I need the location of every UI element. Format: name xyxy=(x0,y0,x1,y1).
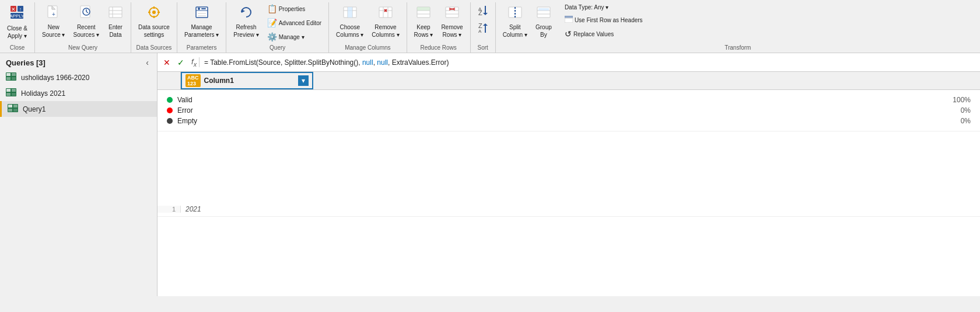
query-label-query1: Query1 xyxy=(23,105,46,113)
manage-parameters-icon xyxy=(194,5,209,23)
close-group-label: Close xyxy=(4,43,31,53)
ribbon-group-sort: A Z Z A xyxy=(471,2,496,53)
manage-parameters-label: ManageParameters ▾ xyxy=(184,23,219,39)
ribbon-group-new-query: + NewSource ▾ RecentSources ▾ xyxy=(35,2,131,53)
transform-right-col: Data Type: Any ▾ Use First Row as Header… xyxy=(561,2,646,40)
stat-valid-row: Valid 100% xyxy=(167,95,971,105)
properties-label: Properties xyxy=(279,6,306,12)
row-number-header xyxy=(158,72,181,89)
formula-bar: ✕ ✓ fx = Table.FromList(Source, Splitter… xyxy=(158,53,980,72)
column1-header[interactable]: ABC123 ▾ xyxy=(181,72,313,89)
data-sources-group-label: Data Sources xyxy=(135,43,173,53)
stat-error-label: Error xyxy=(177,106,946,115)
data-rows: 1 2021 xyxy=(158,131,980,296)
keep-rows-icon xyxy=(416,5,431,23)
svg-rect-78 xyxy=(6,93,10,96)
sort-col: A Z Z A xyxy=(474,2,492,36)
ribbon-body: ✕ ↑ APPLY Close &Apply ▾ Close xyxy=(0,0,980,53)
svg-rect-83 xyxy=(8,109,12,112)
choose-columns-button[interactable]: ChooseColumns ▾ xyxy=(332,2,367,40)
enter-data-button[interactable]: EnterData xyxy=(104,2,127,40)
queries-header: Queries [3] ‹ xyxy=(0,53,157,70)
use-first-row-button[interactable]: Use First Row as Headers xyxy=(561,13,646,26)
properties-button[interactable]: 📋 Properties xyxy=(264,2,325,15)
advanced-editor-button[interactable]: 📝 Advanced Editor xyxy=(264,16,325,29)
split-column-button[interactable]: SplitColumn ▾ xyxy=(499,2,531,40)
recent-sources-label: RecentSources ▾ xyxy=(73,23,99,39)
refresh-preview-button[interactable]: RefreshPreview ▾ xyxy=(230,2,262,40)
svg-rect-84 xyxy=(13,109,18,112)
data-type-button[interactable]: Data Type: Any ▾ xyxy=(561,2,646,12)
sort-desc-button[interactable]: Z A xyxy=(474,20,492,36)
table-header: ABC123 ▾ xyxy=(158,72,980,90)
formula-confirm-button[interactable]: ✓ xyxy=(175,57,187,68)
data-area: ✕ ✓ fx = Table.FromList(Source, Splitter… xyxy=(158,53,980,296)
svg-rect-16 xyxy=(109,7,122,18)
svg-rect-82 xyxy=(13,105,18,108)
recent-sources-icon xyxy=(79,5,94,23)
reduce-rows-group-label: Reduce Rows xyxy=(411,43,467,53)
data-source-settings-label: Data sourcesettings xyxy=(138,23,170,39)
svg-rect-72 xyxy=(12,73,16,76)
close-group-items: ✕ ↑ APPLY Close &Apply ▾ xyxy=(4,2,31,43)
remove-rows-label: RemoveRows ▾ xyxy=(441,23,463,39)
manage-parameters-button[interactable]: ManageParameters ▾ xyxy=(181,2,222,40)
query-items: RefreshPreview ▾ 📋 Properties 📝 Advanced… xyxy=(230,2,325,43)
stat-error-pct: 0% xyxy=(950,106,971,115)
replace-values-button[interactable]: ↺ Replace Values xyxy=(561,27,646,40)
replace-values-label: Replace Values xyxy=(573,31,614,37)
manage-label: Manage ▾ xyxy=(279,34,304,40)
stat-valid-label: Valid xyxy=(177,96,946,104)
column-stats: Valid 100% Error 0% Empty 0% xyxy=(158,90,980,131)
new-source-button[interactable]: + NewSource ▾ xyxy=(38,2,68,40)
stat-empty-row: Empty 0% xyxy=(167,116,971,126)
sort-asc-button[interactable]: A Z xyxy=(474,2,492,19)
keep-rows-button[interactable]: KeepRows ▾ xyxy=(411,2,437,40)
split-column-label: SplitColumn ▾ xyxy=(503,23,527,39)
data-sources-items: Data sourcesettings xyxy=(135,2,173,43)
new-query-items: + NewSource ▾ RecentSources ▾ xyxy=(38,2,127,43)
refresh-preview-icon xyxy=(239,5,254,23)
group-by-label: GroupBy xyxy=(536,23,552,39)
query-icon-usholidays xyxy=(6,72,16,82)
manage-icon: ⚙️ xyxy=(267,32,277,41)
manage-button[interactable]: ⚙️ Manage ▾ xyxy=(264,30,325,43)
svg-rect-79 xyxy=(12,93,16,96)
query-label-usholidays: usholidays 1966-2020 xyxy=(21,74,89,82)
query-item-holidays2021[interactable]: Holidays 2021 xyxy=(0,85,157,101)
formula-fx-label: fx xyxy=(189,57,200,68)
ribbon-group-reduce-rows: KeepRows ▾ RemoveRows ▾ Red xyxy=(407,2,471,53)
use-first-row-label: Use First Row as Headers xyxy=(575,17,643,23)
svg-rect-81 xyxy=(8,105,12,108)
ribbon-group-close: ✕ ↑ APPLY Close &Apply ▾ Close xyxy=(0,2,35,53)
keep-rows-label: KeepRows ▾ xyxy=(414,23,433,39)
svg-rect-12 xyxy=(80,6,90,18)
data-source-settings-icon xyxy=(146,5,162,23)
queries-panel: Queries [3] ‹ usholidays 1966-2020 xyxy=(0,53,158,296)
svg-marker-60 xyxy=(483,23,488,26)
properties-icon: 📋 xyxy=(267,4,277,13)
query-icon-query1 xyxy=(8,104,18,114)
transform-group-label: Transform xyxy=(499,43,977,53)
formula-cancel-button[interactable]: ✕ xyxy=(161,57,173,68)
queries-title: Queries [3] xyxy=(6,58,46,67)
stat-empty-pct: 0% xyxy=(950,117,971,125)
query-item-query1[interactable]: Query1 xyxy=(0,101,157,117)
svg-text:APPLY: APPLY xyxy=(9,13,24,19)
ribbon: ✕ ↑ APPLY Close &Apply ▾ Close xyxy=(0,0,980,53)
column1-dropdown-button[interactable]: ▾ xyxy=(298,75,309,86)
close-apply-button[interactable]: ✕ ↑ APPLY Close &Apply ▾ xyxy=(4,2,31,41)
svg-rect-76 xyxy=(6,89,10,92)
stat-valid-dot xyxy=(167,97,173,103)
query-item-usholidays[interactable]: usholidays 1966-2020 xyxy=(0,70,157,85)
remove-rows-button[interactable]: RemoveRows ▾ xyxy=(438,2,466,40)
recent-sources-button[interactable]: RecentSources ▾ xyxy=(69,2,102,40)
query-group-label: Query xyxy=(230,43,325,53)
svg-rect-37 xyxy=(348,7,352,18)
remove-columns-button[interactable]: RemoveColumns ▾ xyxy=(368,2,402,40)
data-source-settings-button[interactable]: Data sourcesettings xyxy=(135,2,173,40)
column1-name-input[interactable] xyxy=(204,77,295,85)
collapse-panel-button[interactable]: ‹ xyxy=(144,58,151,67)
group-by-button[interactable]: GroupBy xyxy=(532,2,555,40)
stat-empty-label: Empty xyxy=(177,117,946,125)
